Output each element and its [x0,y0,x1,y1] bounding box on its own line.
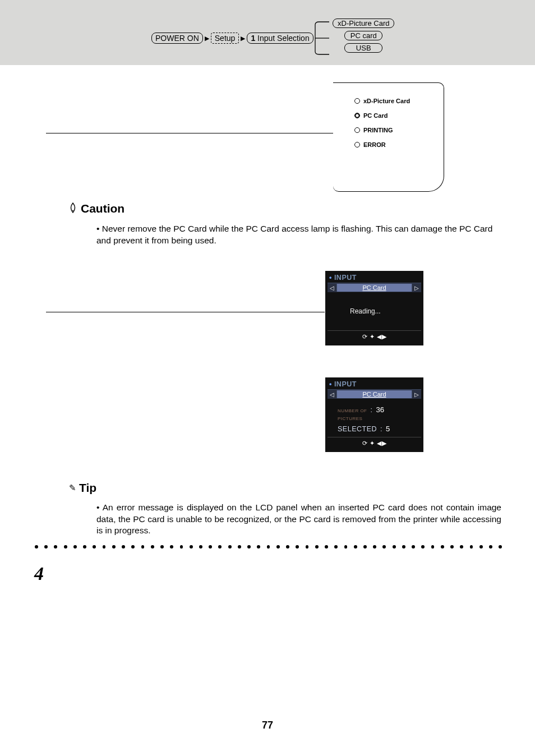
caution-text: Never remove the PC Card while the PC Ca… [96,223,500,247]
arrow-left-icon: ◁ [328,391,336,398]
arrow-left-icon: ◁ [328,285,336,291]
dotted-separator [35,545,502,548]
lcd-row: NUMBER OF PICTURES : 36 [338,405,421,422]
tip-text: An error message is displayed on the LCD… [96,502,501,537]
led-label: PC Card [363,112,388,119]
bc-power-on: POWER ON [151,33,203,44]
lcd-tab: PC Card [336,284,412,292]
lcd-tabbar: ◁ PC Card ▷ [328,283,421,292]
bc-setup: Setup [211,33,239,44]
lcd-row-value: 5 [386,425,390,433]
lcd-tab: PC Card [336,390,412,398]
arrow-right-icon: ▷ [412,391,421,398]
led-indicator-icon [354,127,360,133]
callout-line [46,133,354,133]
lcd-title: • INPUT [328,273,421,283]
step-number: 4 [34,563,44,584]
tip-heading: ✎ Tip [69,481,96,495]
page-number: 77 [0,720,535,731]
lcd-screen-reading: • INPUT ◁ PC Card ▷ Reading... ⟳ ✦ ◀▶ [325,271,423,345]
led-label: PRINTING [363,127,393,133]
led-indicator-icon [354,142,360,147]
lcd-title: • INPUT [328,380,421,389]
option-pc-card: PC card [344,31,382,40]
bc-input-selection: 1 Input Selection [247,33,313,44]
lcd-row: SELECTED : 5 [338,425,421,433]
lcd-row-sep: : [371,406,373,414]
lcd-footer: ⟳ ✦ ◀▶ [328,437,421,449]
caution-title: Caution [81,202,124,215]
led-pc-card: PC Card [354,112,444,119]
arrow-right-icon: ▷ [412,285,421,291]
led-error: ERROR [354,141,444,148]
lcd-row-value: 36 [376,405,384,414]
bc-step-number: 1 [251,34,255,43]
led-xd: xD-Picture Card [354,98,444,104]
option-usb: USB [344,43,382,53]
input-options: xD-Picture Card PC card USB [333,19,394,53]
caution-icon [68,202,77,215]
callout-line [46,312,325,312]
tip-title: Tip [79,481,96,495]
lcd-screen-counts: • INPUT ◁ PC Card ▷ NUMBER OF PICTURES :… [325,377,423,452]
svg-point-0 [72,210,73,211]
led-label: ERROR [363,141,386,148]
led-indicator-icon [354,98,360,104]
lcd-body: NUMBER OF PICTURES : 36 SELECTED : 5 [328,399,421,437]
lcd-row-label: SELECTED [338,425,377,433]
lcd-footer: ⟳ ✦ ◀▶ [328,330,421,342]
lcd-message: Reading... [350,307,421,315]
lcd-body: Reading... [328,292,421,330]
bracket-icon [315,21,331,55]
chevron-right-icon: ▶ [205,35,209,42]
led-printing: PRINTING [354,127,444,133]
pencil-icon: ✎ [69,483,76,493]
breadcrumb: POWER ON ▶ Setup ▶ 1 Input Selection [151,33,313,44]
led-indicator-icon [354,113,360,118]
lcd-tabbar: ◁ PC Card ▷ [328,389,421,399]
caution-heading: Caution [68,202,124,215]
led-label: xD-Picture Card [363,98,410,104]
chevron-right-icon: ▶ [241,35,245,42]
lcd-row-sep: : [380,425,382,433]
bc-input-label: Input Selection [257,34,310,43]
lcd-row-label: NUMBER OF PICTURES [338,406,367,422]
option-xd-picture: xD-Picture Card [333,19,394,28]
led-panel: xD-Picture Card PC Card PRINTING ERROR [333,82,444,192]
